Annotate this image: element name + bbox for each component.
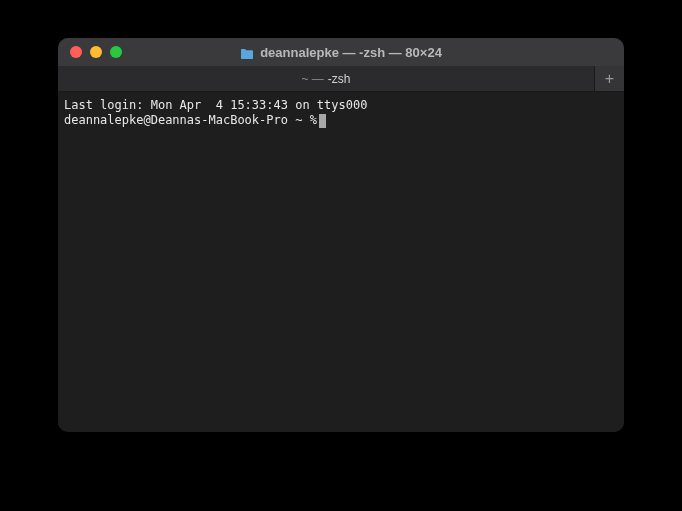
terminal-body[interactable]: Last login: Mon Apr 4 15:33:43 on ttys00… <box>58 92 624 432</box>
last-login-line: Last login: Mon Apr 4 15:33:43 on ttys00… <box>64 98 618 113</box>
close-button[interactable] <box>70 46 82 58</box>
tab-current[interactable]: ~ — -zsh <box>58 66 594 91</box>
tabbar: ~ — -zsh + <box>58 66 624 92</box>
terminal-window: deannalepke — -zsh — 80×24 ~ — -zsh + La… <box>58 38 624 432</box>
traffic-lights <box>58 46 122 58</box>
prompt-text: deannalepke@Deannas-MacBook-Pro ~ % <box>64 113 317 128</box>
maximize-button[interactable] <box>110 46 122 58</box>
tab-name: -zsh <box>328 72 351 86</box>
new-tab-button[interactable]: + <box>594 66 624 91</box>
title-center: deannalepke — -zsh — 80×24 <box>58 45 624 60</box>
titlebar[interactable]: deannalepke — -zsh — 80×24 <box>58 38 624 66</box>
prompt-line: deannalepke@Deannas-MacBook-Pro ~ % <box>64 113 618 128</box>
plus-icon: + <box>605 70 614 88</box>
tab-prefix: ~ — <box>301 72 323 86</box>
minimize-button[interactable] <box>90 46 102 58</box>
folder-icon <box>240 46 254 58</box>
cursor <box>319 114 326 128</box>
window-title: deannalepke — -zsh — 80×24 <box>260 45 442 60</box>
